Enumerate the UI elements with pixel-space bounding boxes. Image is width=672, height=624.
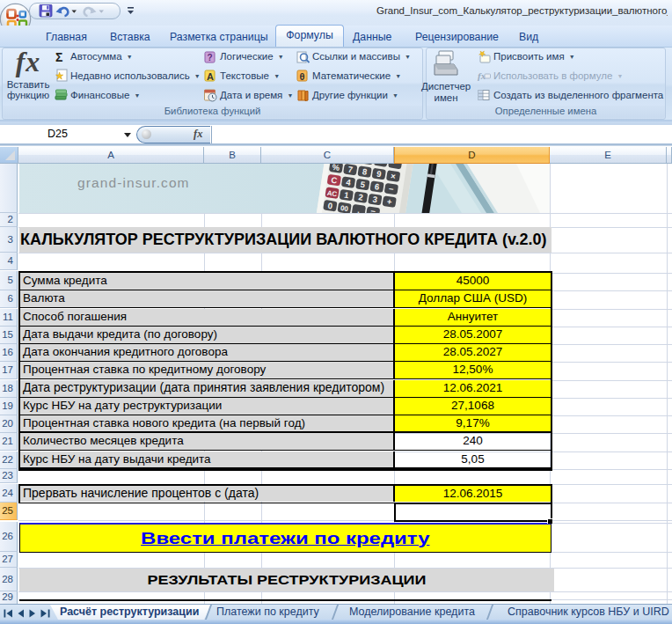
svg-text:Σ: Σ bbox=[55, 50, 62, 64]
svg-text:AC: AC bbox=[326, 189, 338, 199]
svg-text:?: ? bbox=[208, 53, 213, 62]
svg-text:θ: θ bbox=[300, 71, 305, 82]
svg-text:A: A bbox=[207, 71, 214, 82]
svg-text:grand-insur.com: grand-insur.com bbox=[77, 175, 190, 190]
